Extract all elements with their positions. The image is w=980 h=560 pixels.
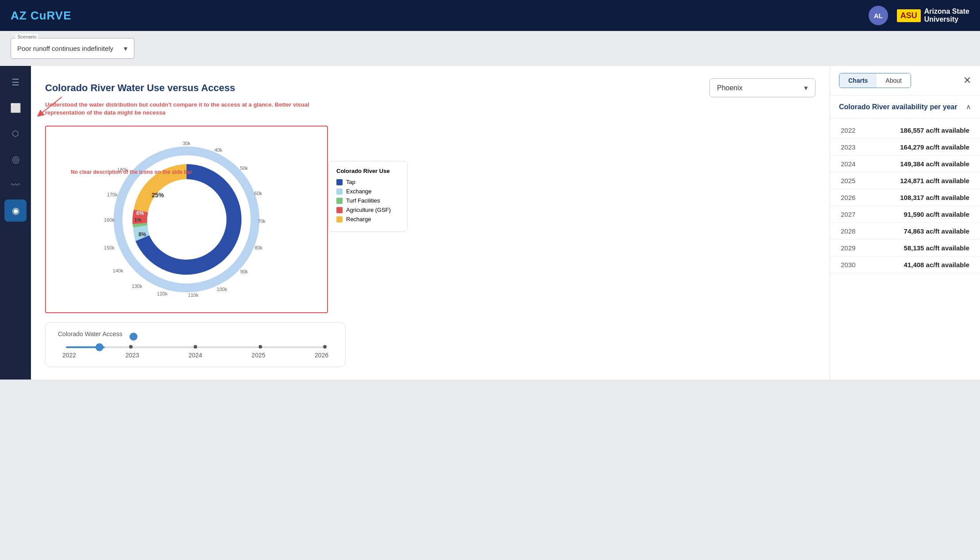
slider-dot-2026 (323, 345, 327, 349)
legend-box: Colorado River Use Tap Exchange Turf Fac… (328, 161, 408, 232)
tab-charts[interactable]: Charts (839, 73, 877, 88)
tick-2024: 2024 (188, 352, 202, 359)
ring-label-50k: 50k (240, 165, 248, 171)
panel-tabs: Charts About (839, 73, 911, 88)
sidebar-item-waves[interactable]: 〰 (4, 174, 27, 196)
avail-year-2023: 2023 (841, 143, 863, 151)
tick-2026: 2026 (315, 352, 328, 359)
avail-value-2028: 74,863 ac/ft available (904, 227, 969, 235)
avail-year-2028: 2028 (841, 227, 863, 235)
slider-ticks: 2022 2023 2024 2025 2026 (62, 352, 328, 359)
legend-item-agri: Agriculture (GSF) (336, 207, 399, 213)
avail-value-2022: 186,557 ac/ft available (900, 127, 969, 134)
donut-chart: 59% 25% 8% 1% 6% 30k 40k 50k 60k 70k 80k… (94, 140, 279, 299)
sidebar-item-page[interactable]: ⬜ (4, 97, 27, 119)
slider-container: Colorado Water Access 2022 2023 2024 (45, 322, 346, 367)
avail-year-2026: 2026 (841, 194, 863, 201)
avail-value-2027: 91,590 ac/ft available (904, 211, 969, 218)
avail-row-2024: 2024 149,384 ac/ft available (830, 156, 980, 173)
asu-logo-icon: ASU (897, 9, 921, 22)
donut-chart-box: 59% 25% 8% 1% 6% 30k 40k 50k 60k 70k 80k… (45, 126, 328, 313)
avail-row-2022: 2022 186,557 ac/ft available (830, 122, 980, 139)
ring-label-130k: 130k (132, 284, 142, 289)
avail-row-2029: 2029 58,135 ac/ft available (830, 240, 980, 257)
legend-label-tap: Tap (346, 179, 355, 185)
ring-label-180k: 180k (117, 167, 128, 173)
circle-icon: ◎ (12, 154, 19, 165)
tap-percent: 59% (198, 217, 214, 226)
avail-year-2024: 2024 (841, 160, 863, 168)
section-chevron-icon: ∧ (966, 103, 971, 111)
slider-label: Colorado Water Access (58, 330, 122, 338)
legend-label-exchange: Exchange (346, 188, 372, 195)
panel-header: Charts About ✕ (830, 66, 980, 96)
ring-label-120k: 120k (157, 291, 168, 296)
chart-header: Colorado River Water Use versus Access P… (45, 78, 816, 97)
legend-dot-tap (336, 179, 343, 185)
active-icon: ◉ (12, 205, 19, 216)
app-header: AZ CuRVE AL ASU Arizona State University (0, 0, 980, 31)
sidebar: ☰ ⬜ ⬡ ◎ 〰 ◉ (0, 66, 31, 380)
exchange-percent: 8% (138, 231, 146, 238)
tab-about[interactable]: About (877, 73, 911, 88)
legend-item-recharge: Recharge (336, 216, 399, 222)
city-selector[interactable]: Phoenix Tucson Flagstaff Mesa ▼ (709, 78, 816, 97)
asu-name: Arizona State University (924, 8, 969, 23)
avail-year-2029: 2029 (841, 244, 863, 252)
avail-row-2030: 2030 41,408 ac/ft available (830, 257, 980, 273)
avail-value-2024: 149,384 ac/ft available (900, 160, 969, 168)
legend-item-exchange: Exchange (336, 188, 399, 195)
ring-label-70k: 70k (258, 219, 266, 224)
avail-value-2029: 58,135 ac/ft available (904, 244, 969, 252)
legend-label-agri: Agriculture (GSF) (346, 207, 391, 213)
avail-year-2027: 2027 (841, 211, 863, 218)
avail-year-2022: 2022 (841, 127, 863, 134)
slider-indicator (130, 333, 137, 341)
donut-wrapper: 59% 25% 8% 1% 6% 30k 40k 50k 60k 70k 80k… (55, 135, 318, 303)
legend-dot-agri (336, 207, 343, 213)
sidebar-item-menu[interactable]: ☰ (4, 71, 27, 93)
sidebar-item-layers[interactable]: ⬡ (4, 123, 27, 145)
panel-section-header[interactable]: Colorado River availability per year ∧ (830, 96, 980, 119)
ring-label-170k: 170k (107, 192, 118, 197)
avail-row-2023: 2023 164,279 ac/ft available (830, 139, 980, 156)
asu-logo: ASU Arizona State University (897, 8, 969, 23)
sidebar-item-circle[interactable]: ◎ (4, 148, 27, 170)
legend-dot-turf (336, 198, 343, 204)
scenario-select[interactable]: Poor runoff continues indefinitely Norma… (11, 38, 134, 58)
ring-label-30k: 30k (183, 141, 191, 146)
avail-row-2025: 2025 124,871 ac/ft available (830, 173, 980, 189)
slider-thumb[interactable] (95, 343, 103, 351)
availability-list: 2022 186,557 ac/ft available 2023 164,27… (830, 119, 980, 277)
chart-annotation: Understood the water distribution but co… (45, 101, 310, 117)
ring-label-100k: 100k (217, 287, 227, 292)
header-right: AL ASU Arizona State University (869, 6, 969, 25)
scenario-label: Scenario (15, 34, 38, 39)
avail-value-2030: 41,408 ac/ft available (904, 261, 969, 268)
avatar[interactable]: AL (869, 6, 888, 25)
ring-label-110k: 110k (188, 292, 198, 298)
legend-label-turf: Turf Facilities (346, 197, 380, 204)
legend-item-turf: Turf Facilities (336, 197, 399, 204)
close-button[interactable]: ✕ (963, 75, 971, 86)
avail-value-2023: 164,279 ac/ft available (900, 143, 969, 151)
ring-label-150k: 150k (104, 245, 114, 250)
avail-value-2025: 124,871 ac/ft available (900, 177, 969, 184)
slider-dot-2024 (194, 345, 197, 349)
section-title: Colorado River availability per year (839, 103, 957, 111)
legend-dot-exchange (336, 188, 343, 195)
slider-dot-2023 (129, 345, 133, 349)
scenario-bar: Scenario Poor runoff continues indefinit… (0, 31, 980, 66)
turf-percent: 1% (134, 217, 141, 222)
slider-track[interactable] (66, 346, 325, 348)
menu-icon: ☰ (11, 77, 19, 88)
sidebar-item-active[interactable]: ◉ (4, 199, 27, 222)
city-select[interactable]: Phoenix Tucson Flagstaff Mesa (710, 79, 815, 97)
ring-label-160k: 160k (104, 217, 114, 222)
recharge-percent: 25% (152, 192, 164, 199)
ring-label-80k: 80k (255, 245, 263, 250)
avail-year-2025: 2025 (841, 177, 863, 184)
ring-label-60k: 60k (254, 191, 262, 196)
scenario-selector[interactable]: Scenario Poor runoff continues indefinit… (11, 38, 134, 59)
avail-row-2028: 2028 74,863 ac/ft available (830, 223, 980, 240)
